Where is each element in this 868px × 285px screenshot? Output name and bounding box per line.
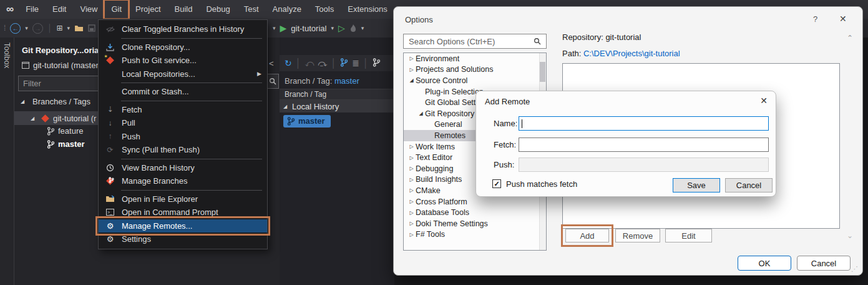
git-menu-item-label: Commit or Stash... (122, 87, 267, 96)
menu-item-debug[interactable]: Debug (199, 0, 237, 19)
compare-branch-icon[interactable] (340, 58, 348, 69)
local-history-section[interactable]: ◢ Local History (280, 100, 394, 112)
incoming-commits-icon[interactable]: ⤺ (305, 58, 314, 69)
menu-item-tools[interactable]: Tools (308, 0, 341, 19)
config-caret-icon[interactable]: ▾ (273, 25, 276, 31)
edit-button[interactable]: Edit (665, 229, 712, 242)
repository-row[interactable]: git-tutorial (master) (22, 61, 101, 70)
git-menu-item-sync-pull-then-push[interactable]: ⟳Sync (Pull then Push) (99, 143, 267, 157)
options-tree-item-cross-platform[interactable]: ▷Cross Platform (404, 196, 546, 208)
scrollbar-thumb[interactable] (540, 62, 545, 82)
navigate-back-icon[interactable]: ← (10, 23, 21, 34)
start-without-debug-icon[interactable]: ▷ (338, 23, 345, 33)
collapsed-arrow-icon[interactable]: ▷ (407, 166, 416, 171)
branch-view-icon[interactable] (373, 58, 381, 69)
git-menu-item-clear-toggled-branches-in-history[interactable]: Clear Toggled Branches in History (99, 22, 267, 36)
git-menu-item-clone-repository[interactable]: Clone Repository... (99, 41, 267, 54)
git-menu-item-local-repositories[interactable]: Local Repositories...▶ (99, 68, 267, 81)
git-menu-item-view-branch-history[interactable]: View Branch History (99, 161, 267, 175)
collapsed-arrow-icon[interactable]: ▷ (407, 67, 416, 72)
add-button[interactable]: Add (565, 229, 609, 242)
collapsed-arrow-icon[interactable]: ▷ (407, 155, 416, 161)
path-value[interactable]: C:\DEV\Projects\git-tutorial (583, 49, 680, 58)
save-icon[interactable] (88, 24, 95, 32)
collapsed-arrow-icon[interactable]: ▷ (407, 210, 416, 216)
options-tree-item-database-tools[interactable]: ▷Database Tools (404, 207, 546, 218)
chevron-down-icon[interactable]: ⌄ (847, 231, 853, 240)
close-icon[interactable]: ✕ (839, 14, 847, 24)
git-menu-item-open-in-command-prompt[interactable]: >_Open in Command Prompt (99, 206, 267, 219)
cancel-button[interactable]: Cancel (797, 256, 851, 271)
name-field[interactable] (519, 116, 769, 131)
back-dropdown-caret-icon[interactable]: ▾ (25, 25, 28, 31)
run-target-caret-icon[interactable]: ▾ (331, 25, 334, 31)
list-view-icon[interactable]: ≣ (352, 58, 359, 68)
refresh-icon[interactable]: ↻ (285, 58, 292, 68)
tree-node-branch-feature[interactable]: feature (47, 126, 83, 136)
collapsed-arrow-icon[interactable]: ▷ (407, 56, 416, 61)
git-menu-item-fetch[interactable]: ⇣Fetch (99, 103, 267, 117)
menu-item-project[interactable]: Project (129, 0, 167, 19)
menu-item-view[interactable]: View (73, 0, 104, 19)
collapsed-arrow-icon[interactable]: ▷ (407, 199, 416, 204)
profiler-caret-icon[interactable]: ▾ (361, 25, 364, 31)
help-icon[interactable]: ? (813, 14, 817, 24)
git-menu-item-settings[interactable]: ⚙Settings (99, 232, 267, 246)
toolbox-tab[interactable]: Toolbox (0, 38, 14, 285)
open-folder-icon[interactable] (74, 24, 84, 32)
start-debug-icon[interactable]: ▶ (280, 23, 287, 33)
push-matches-fetch-checkbox[interactable]: ✓ (492, 179, 501, 188)
cancel-button[interactable]: Cancel (725, 178, 773, 192)
git-menu-item-manage-remotes[interactable]: ⚙Manage Remotes... (99, 219, 267, 233)
menu-item-file[interactable]: File (19, 0, 46, 19)
collapsed-arrow-icon[interactable]: ▷ (407, 221, 416, 226)
options-search-input[interactable]: Search Options (Ctrl+E) (403, 34, 547, 49)
expand-arrow-icon[interactable]: ◢ (283, 104, 292, 109)
options-tree-item-source-control[interactable]: ◢Source Control (404, 75, 546, 86)
navigate-forward-icon[interactable]: → (32, 23, 43, 34)
expand-arrow-icon[interactable]: ◢ (31, 116, 39, 121)
branch-tag-column-header[interactable]: Branch / Tag (280, 89, 394, 100)
remove-button[interactable]: Remove (615, 229, 660, 242)
run-target-label[interactable]: git-tutorial (291, 24, 326, 33)
git-menu-item-commit-or-stash[interactable]: Commit or Stash... (99, 85, 267, 99)
fetch-field[interactable] (519, 138, 769, 152)
save-button[interactable]: Save (673, 178, 720, 192)
close-icon[interactable]: ✕ (760, 96, 768, 106)
selected-branch-item[interactable]: master (283, 115, 331, 128)
menu-item-build[interactable]: Build (168, 0, 200, 19)
menu-item-edit[interactable]: Edit (46, 0, 73, 19)
menu-item-git[interactable]: Git (104, 0, 129, 19)
resize-grip-icon[interactable]: ⋰ (851, 265, 858, 273)
collapsed-arrow-icon[interactable]: ▷ (407, 177, 416, 182)
git-menu-item-push[interactable]: ↑Push (99, 130, 267, 144)
git-menu-item-pull[interactable]: ↓Pull (99, 116, 267, 130)
collapsed-arrow-icon[interactable]: ▷ (407, 188, 416, 193)
new-project-icon[interactable]: ⊞ (56, 24, 62, 32)
tree-node-branches-tags[interactable]: ◢ Branches / Tags (21, 97, 90, 106)
menu-item-analyze[interactable]: Analyze (266, 0, 308, 19)
git-menu-item-push-to-git-service[interactable]: ✶Push to Git service... (99, 54, 267, 68)
menu-item-extensions[interactable]: Extensions (341, 0, 394, 19)
expand-arrow-icon[interactable]: ◢ (21, 99, 29, 104)
collapse-pane-icon[interactable]: < (269, 59, 274, 68)
outgoing-commits-icon[interactable]: ⤼ (318, 58, 327, 69)
expanded-arrow-icon[interactable]: ◢ (407, 78, 416, 83)
options-tree-item-environment[interactable]: ▷Environment (404, 53, 546, 64)
chevron-up-icon[interactable]: ⌃ (847, 34, 853, 42)
collapsed-arrow-icon[interactable]: ▷ (407, 232, 416, 238)
options-tree-item-projects-and-solutions[interactable]: ▷Projects and Solutions (404, 64, 546, 76)
new-project-caret-icon[interactable]: ▾ (67, 25, 70, 31)
options-tree-item-f-tools[interactable]: ▷F# Tools (404, 229, 546, 241)
expanded-arrow-icon[interactable]: ◢ (417, 111, 425, 116)
search-button[interactable] (266, 74, 279, 89)
collapsed-arrow-icon[interactable]: ▷ (407, 144, 416, 149)
menu-item-test[interactable]: Test (237, 0, 266, 19)
profiler-flame-icon[interactable] (349, 24, 357, 32)
git-menu-item-open-in-file-explorer[interactable]: Open in File Explorer (99, 192, 267, 206)
options-tree-item-doki-theme-settings[interactable]: ▷Doki Theme Settings (404, 218, 546, 229)
git-menu-item-manage-branches[interactable]: Manage Branches (99, 174, 267, 188)
ok-button[interactable]: OK (738, 256, 791, 271)
tree-node-branch-master[interactable]: master (47, 139, 85, 149)
branch-tag-value[interactable]: master (334, 76, 359, 86)
